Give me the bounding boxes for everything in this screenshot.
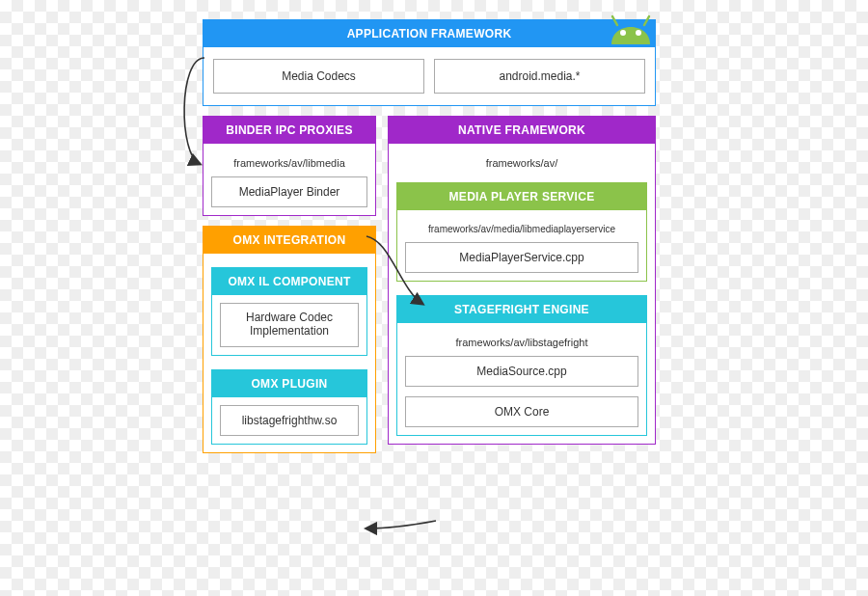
native-path-label: frameworks/av/	[396, 151, 647, 176]
omx-plugin-block: OMX PLUGIN libstagefrighthw.so	[211, 369, 367, 445]
svg-point-0	[620, 30, 626, 36]
svg-line-3	[644, 16, 649, 25]
svg-line-2	[612, 16, 617, 25]
stagefright-engine-block: STAGEFRIGHT ENGINE frameworks/av/libstag…	[396, 295, 647, 436]
binder-ipc-header: BINDER IPC PROXIES	[203, 117, 375, 144]
omx-plugin-header: OMX PLUGIN	[212, 370, 366, 397]
android-media-box: android.media.*	[434, 59, 645, 94]
mediasource-cpp-box: MediaSource.cpp	[405, 356, 638, 387]
omx-il-component-block: OMX IL COMPONENT Hardware Codec Implemen…	[211, 267, 367, 356]
libstagefrighthw-box: libstagefrighthw.so	[220, 405, 359, 436]
mps-path-label: frameworks/av/media/libmediaplayerservic…	[405, 218, 638, 242]
binder-path-label: frameworks/av/libmedia	[211, 151, 367, 176]
omx-il-component-header: OMX IL COMPONENT	[212, 268, 366, 295]
mediaplayerservice-cpp-box: MediaPlayerService.cpp	[405, 242, 638, 273]
stagefright-engine-header: STAGEFRIGHT ENGINE	[397, 296, 646, 323]
media-player-service-header: MEDIA PLAYER SERVICE	[397, 183, 646, 210]
application-framework-header: APPLICATION FRAMEWORK	[203, 20, 655, 47]
native-framework-block: NATIVE FRAMEWORK frameworks/av/ MEDIA PL…	[388, 116, 656, 445]
binder-ipc-block: BINDER IPC PROXIES frameworks/av/libmedi…	[203, 116, 376, 216]
hardware-codec-box: Hardware Codec Implementation	[220, 303, 359, 347]
application-framework-block: APPLICATION FRAMEWORK Media Codecs andro…	[203, 19, 656, 106]
media-player-service-block: MEDIA PLAYER SERVICE frameworks/av/media…	[396, 182, 647, 282]
omx-integration-block: OMX INTEGRATION OMX IL COMPONENT Hardwar…	[203, 226, 376, 453]
svg-point-1	[636, 30, 641, 36]
android-logo-icon	[600, 2, 662, 48]
mediaplayer-binder-box: MediaPlayer Binder	[211, 176, 367, 207]
hardware-codec-line1: Hardware Codec	[246, 311, 333, 324]
omx-integration-header: OMX INTEGRATION	[203, 227, 375, 254]
native-framework-header: NATIVE FRAMEWORK	[389, 117, 655, 144]
omx-core-box: OMX Core	[405, 396, 638, 427]
hardware-codec-line2: Implementation	[250, 324, 329, 338]
media-codecs-box: Media Codecs	[213, 59, 424, 94]
stagefright-path-label: frameworks/av/libstagefright	[405, 331, 638, 356]
